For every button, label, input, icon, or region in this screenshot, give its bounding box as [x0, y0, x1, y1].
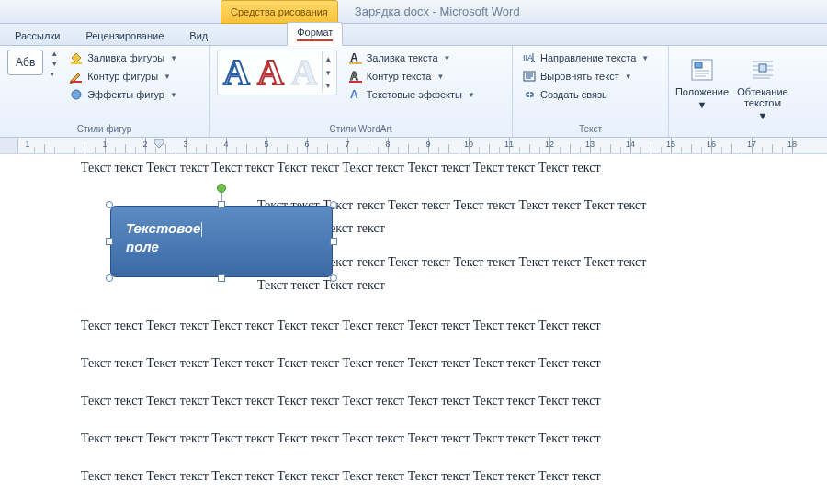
horizontal-ruler[interactable]: 1123456789101112131415161718 [0, 138, 827, 154]
resize-handle-s[interactable] [218, 274, 225, 282]
button-label: Заливка фигуры [87, 52, 164, 63]
paragraph[interactable]: Текст текст Текст текст Текст текст Текс… [28, 431, 790, 448]
button-label: Контур фигуры [87, 71, 158, 82]
paragraph[interactable]: Текст текст Текст текст Текст текст Текс… [28, 393, 790, 410]
create-link-button[interactable]: Создать связь [520, 86, 651, 103]
document-name: Зарядка.docx [355, 5, 429, 18]
align-text-button[interactable]: Выровнять текст ▼ [520, 68, 651, 84]
svg-text:A: A [350, 88, 358, 101]
group-arrange: Положение ▼ Обтекание текстом ▼ [669, 46, 807, 137]
text-box-shape[interactable]: Текстовое поле [110, 206, 333, 277]
text-outline-button[interactable]: A Контур текста ▼ [346, 68, 477, 84]
button-label: Контур текста [367, 71, 432, 82]
active-underline [297, 39, 333, 41]
svg-text:A: A [350, 51, 358, 64]
wrap-text-icon [748, 55, 777, 84]
resize-handle-sw[interactable] [106, 274, 113, 282]
text-run: Текст текст Текст текст Текст текст Текс… [81, 394, 601, 408]
ribbon: Абв ▲ ▼ ▾ Заливка фигуры ▼ [0, 46, 827, 138]
first-line-indent-marker[interactable] [154, 139, 164, 153]
resize-handle-ne[interactable] [330, 201, 337, 208]
group-label: Стили WordArt [217, 122, 504, 137]
chevron-down-icon: ▼ [468, 91, 475, 99]
group-shape-styles: Абв ▲ ▼ ▾ Заливка фигуры ▼ [0, 46, 210, 137]
shape-style-gallery[interactable]: Абв [7, 50, 43, 75]
paragraph[interactable]: Текст текст Текст текст Текст текст Текс… [257, 254, 827, 272]
wordart-gallery[interactable]: А А А ▲▼▾ [217, 50, 337, 95]
text-direction-button[interactable]: IIA Направление текста ▼ [520, 50, 651, 66]
align-text-icon [522, 69, 537, 84]
paragraph[interactable]: Текст текст Текст текст [257, 277, 827, 295]
chevron-down-icon: ▼ [625, 73, 632, 81]
text-run: Текст текст Текст текст Текст текст Текс… [81, 161, 601, 174]
document-area[interactable]: Текст текст Текст текст Текст текст Текс… [0, 154, 827, 504]
svg-rect-14 [695, 62, 702, 68]
wordart-sample-3: А [291, 54, 318, 91]
text-run: Текст текст Текст текст [257, 278, 385, 292]
ruler-scale: 1123456789101112131415161718 [18, 138, 827, 153]
svg-rect-0 [71, 62, 82, 64]
shape-outline-button[interactable]: Контур фигуры ▼ [67, 68, 179, 84]
shape-effects-button[interactable]: Эффекты фигур ▼ [67, 86, 179, 103]
group-text: IIA Направление текста ▼ Выровнять текст… [513, 46, 669, 137]
tab-mailings[interactable]: Рассылки [6, 27, 69, 45]
paragraph[interactable]: Текст текст Текст текст Текст текст Текс… [28, 160, 790, 177]
button-label: Положение [675, 86, 729, 97]
title-bar: Средства рисования Зарядка.docx - Micros… [0, 0, 827, 24]
link-icon [522, 87, 537, 102]
wordart-gallery-expand[interactable]: ▲▼▾ [322, 52, 334, 93]
paragraph[interactable]: Текст текст Текст текст Текст текст Текс… [28, 355, 790, 373]
shape-fill-button[interactable]: Заливка фигуры ▼ [67, 50, 179, 66]
paragraph[interactable]: Текст текст Текст текст Текст текст Текс… [28, 468, 790, 486]
shape-style-gallery-expand[interactable]: ▲ ▼ ▾ [51, 50, 58, 78]
paragraph[interactable]: Текст текст Текст текст [257, 220, 827, 238]
group-wordart-styles: А А А ▲▼▾ A Заливка текста ▼ A Контур [210, 46, 513, 137]
paint-bucket-icon [69, 50, 84, 65]
contextual-tab-drawing-tools: Средства рисования [221, 0, 338, 24]
group-label [676, 122, 799, 137]
paragraph[interactable]: Текст текст Текст текст Текст текст Текс… [28, 318, 790, 335]
button-label: Выровнять текст [540, 71, 619, 82]
chevron-down-icon: ▼ [444, 54, 451, 62]
button-label: Эффекты фигур [87, 89, 164, 100]
paragraph[interactable]: Текст текст Текст текст Текст текст Текс… [257, 197, 827, 215]
button-label: Заливка текста [367, 52, 438, 63]
resize-handle-n[interactable] [218, 201, 225, 208]
contextual-tab-label: Средства рисования [231, 6, 328, 17]
tab-format[interactable]: Формат [287, 22, 343, 46]
tab-review[interactable]: Рецензирование [76, 27, 173, 45]
chevron-down-icon: ▼ [170, 54, 177, 62]
pencil-icon [69, 69, 84, 84]
button-label: Создать связь [540, 89, 607, 100]
chevron-down-icon: ▼ [436, 73, 444, 81]
resize-handle-w[interactable] [106, 238, 113, 245]
wrap-text-button[interactable]: Обтекание текстом ▼ [737, 55, 788, 121]
text-effects-icon: A [348, 87, 363, 102]
svg-rect-6 [349, 81, 362, 83]
shape-text-line: Текстовое [126, 220, 200, 236]
text-run: Текст текст Текст текст Текст текст Текс… [81, 356, 601, 370]
wordart-sample-2: А [257, 54, 284, 91]
text-fill-button[interactable]: A Заливка текста ▼ [346, 50, 477, 66]
chevron-down-icon: ▼ [758, 110, 768, 121]
text-run: Текст текст Текст текст Текст текст Текс… [81, 431, 601, 445]
text-run: Текст текст Текст текст Текст текст Текс… [81, 319, 601, 332]
ruler-left-margin [0, 138, 18, 153]
shape-body[interactable]: Текстовое поле [110, 206, 333, 277]
rotation-handle[interactable] [217, 184, 226, 193]
wordart-sample-1: А [223, 54, 250, 91]
svg-text:A: A [350, 70, 358, 83]
button-label: Обтекание текстом [737, 86, 788, 108]
tab-view[interactable]: Вид [180, 27, 217, 45]
svg-rect-18 [759, 64, 766, 72]
resize-handle-nw[interactable] [106, 201, 113, 208]
group-label: Стили фигур [7, 122, 201, 137]
position-button[interactable]: Положение ▼ [676, 55, 728, 110]
tab-label: Рассылки [15, 30, 60, 41]
text-fill-icon: A [348, 50, 363, 65]
text-caret [201, 222, 202, 237]
resize-handle-se[interactable] [330, 274, 337, 282]
text-effects-button[interactable]: A Текстовые эффекты ▼ [346, 86, 477, 103]
resize-handle-e[interactable] [330, 238, 337, 245]
svg-point-2 [72, 90, 81, 99]
